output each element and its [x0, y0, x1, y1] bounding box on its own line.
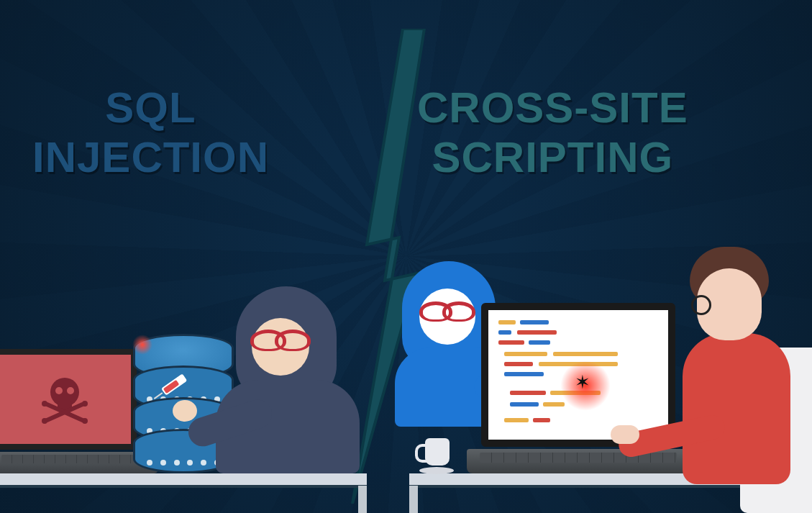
left-desk: [0, 473, 367, 488]
left-title: SQL INJECTION: [32, 83, 269, 182]
left-hacker-illustration: [216, 286, 360, 473]
svg-point-7: [42, 401, 47, 407]
glasses-icon: [691, 295, 711, 315]
svg-point-10: [82, 418, 88, 424]
right-desk-edge: [409, 486, 418, 513]
right-title: CROSS-SITE SCRIPTING: [417, 83, 688, 182]
left-desk-edge: [358, 486, 367, 513]
left-laptop-screen: [0, 349, 137, 450]
svg-point-3: [55, 387, 63, 394]
bug-icon: ✶: [575, 371, 590, 394]
svg-point-8: [42, 418, 47, 424]
user-illustration: [654, 247, 812, 513]
right-laptop-screen: ✶: [481, 303, 675, 447]
svg-point-4: [67, 387, 74, 394]
svg-point-9: [82, 401, 88, 407]
skull-crossbones-icon: [36, 371, 93, 428]
coffee-mug-icon: [419, 438, 452, 471]
